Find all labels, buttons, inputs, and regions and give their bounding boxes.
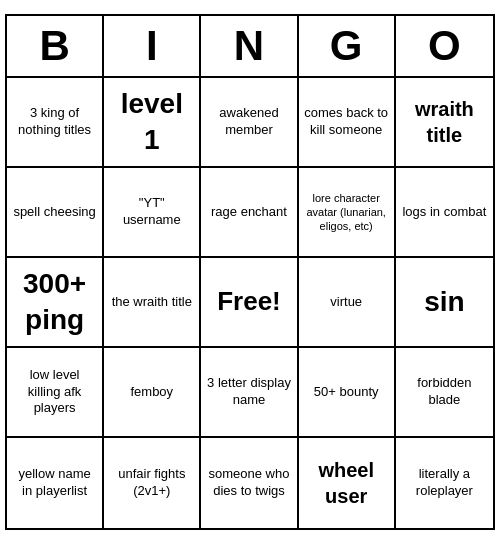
bingo-cell-21: unfair fights (2v1+) (104, 438, 201, 528)
bingo-cell-15: low level killing afk players (7, 348, 104, 438)
bingo-grid: 3 king of nothing titleslevel 1awakened … (7, 78, 493, 528)
bingo-letter-g: G (299, 16, 396, 76)
bingo-cell-0: 3 king of nothing titles (7, 78, 104, 168)
bingo-cell-19: forbidden blade (396, 348, 493, 438)
bingo-card: BINGO 3 king of nothing titleslevel 1awa… (5, 14, 495, 530)
bingo-cell-13: virtue (299, 258, 396, 348)
bingo-letter-o: O (396, 16, 493, 76)
bingo-letter-n: N (201, 16, 298, 76)
bingo-cell-14: sin (396, 258, 493, 348)
bingo-cell-18: 50+ bounty (299, 348, 396, 438)
bingo-cell-20: yellow name in playerlist (7, 438, 104, 528)
bingo-cell-10: 300+ ping (7, 258, 104, 348)
bingo-letter-i: I (104, 16, 201, 76)
bingo-cell-7: rage enchant (201, 168, 298, 258)
bingo-cell-3: comes back to kill someone (299, 78, 396, 168)
bingo-cell-5: spell cheesing (7, 168, 104, 258)
bingo-cell-16: femboy (104, 348, 201, 438)
bingo-cell-8: lore character avatar (lunarian, eligos,… (299, 168, 396, 258)
bingo-cell-22: someone who dies to twigs (201, 438, 298, 528)
bingo-cell-11: the wraith title (104, 258, 201, 348)
bingo-cell-9: logs in combat (396, 168, 493, 258)
bingo-cell-1: level 1 (104, 78, 201, 168)
bingo-header: BINGO (7, 16, 493, 78)
bingo-cell-2: awakened member (201, 78, 298, 168)
bingo-cell-24: literally a roleplayer (396, 438, 493, 528)
bingo-letter-b: B (7, 16, 104, 76)
bingo-cell-4: wraith title (396, 78, 493, 168)
bingo-cell-12: Free! (201, 258, 298, 348)
bingo-cell-17: 3 letter display name (201, 348, 298, 438)
bingo-cell-23: wheel user (299, 438, 396, 528)
bingo-cell-6: "YT" username (104, 168, 201, 258)
